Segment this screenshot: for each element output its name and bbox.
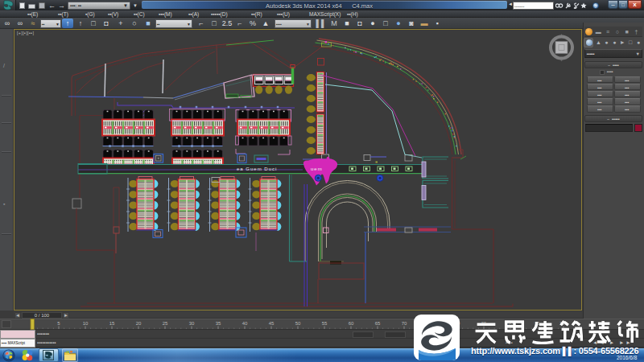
svg-text:65: 65 <box>375 321 381 326</box>
svg-text:35: 35 <box>216 321 221 326</box>
svg-text:20: 20 <box>136 321 142 326</box>
svg-text:10: 10 <box>83 321 89 326</box>
svg-text:60: 60 <box>349 321 354 326</box>
svg-text:45: 45 <box>269 321 275 326</box>
svg-text:25: 25 <box>163 321 168 326</box>
svg-text:50: 50 <box>295 321 301 326</box>
svg-text:70: 70 <box>402 321 407 326</box>
svg-text:30: 30 <box>189 321 195 326</box>
svg-text:uem: uem <box>311 167 323 171</box>
svg-text:40: 40 <box>242 321 248 326</box>
svg-text:ea Guem Duci: ea Guem Duci <box>237 167 277 171</box>
svg-text:55: 55 <box>322 321 328 326</box>
svg-text:5: 5 <box>57 321 60 326</box>
svg-text:15: 15 <box>109 321 115 326</box>
